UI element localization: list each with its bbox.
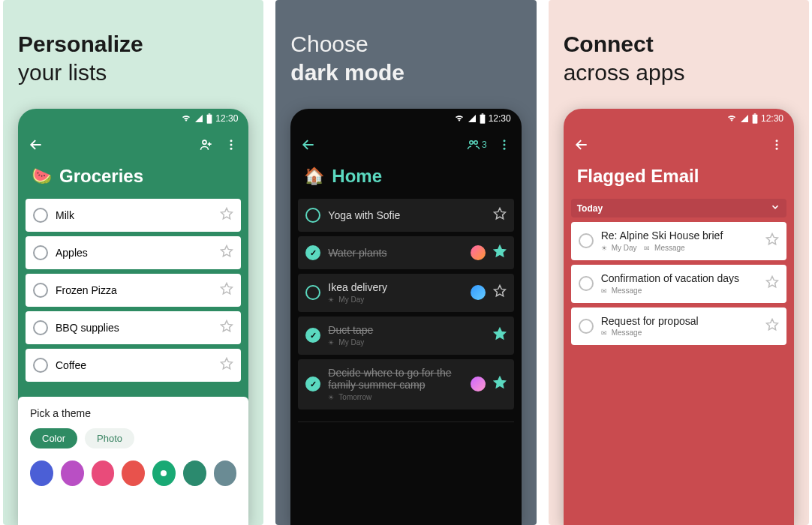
svg-point-9	[474, 141, 478, 145]
share-icon[interactable]	[199, 137, 214, 152]
svg-point-4	[230, 144, 233, 146]
task-row[interactable]: Apples	[26, 236, 241, 269]
back-icon[interactable]	[301, 137, 316, 152]
color-swatch[interactable]	[214, 460, 237, 486]
back-icon[interactable]	[29, 137, 44, 152]
star-icon[interactable]	[220, 244, 233, 261]
battery-icon	[752, 113, 758, 124]
star-icon[interactable]	[765, 275, 779, 292]
color-swatch[interactable]	[152, 460, 176, 486]
star-icon[interactable]	[765, 318, 779, 334]
tab-color[interactable]: Color	[30, 428, 77, 448]
house-icon: 🏠	[304, 166, 324, 186]
task-row[interactable]: Coffee	[26, 349, 241, 382]
checkbox-icon[interactable]	[33, 283, 48, 298]
svg-point-2	[203, 140, 206, 144]
checkbox-icon[interactable]	[579, 233, 594, 248]
svg-point-3	[230, 140, 233, 142]
checkbox-icon[interactable]	[579, 319, 594, 334]
color-swatch[interactable]	[92, 460, 115, 486]
task-list: Re: Alpine Ski House brief My Day Messag…	[564, 222, 794, 345]
task-row[interactable]: Ikea delivery My Day	[298, 274, 513, 312]
task-title: Apples	[56, 247, 212, 260]
task-title: Water plants	[328, 247, 462, 260]
checkbox-icon[interactable]	[579, 276, 594, 291]
clock: 12:30	[489, 113, 511, 124]
assignee-avatar	[471, 245, 486, 260]
task-row[interactable]: Yoga with Sofie	[298, 199, 513, 232]
theme-picker-title: Pick a theme	[30, 407, 236, 419]
list-title: 🍉 Groceries	[18, 161, 248, 199]
star-icon[interactable]	[220, 207, 233, 224]
task-row[interactable]: Confirmation of vacation days Message	[571, 265, 786, 303]
task-list: Yoga with Sofie Water plants Ikea delive…	[290, 199, 521, 410]
divider	[298, 422, 513, 422]
checkbox-icon[interactable]	[305, 285, 320, 300]
color-swatch[interactable]	[122, 460, 145, 486]
task-row[interactable]: Milk	[26, 199, 241, 232]
clock: 12:30	[761, 113, 783, 124]
svg-point-8	[470, 141, 474, 145]
list-title: 🏠 Home	[290, 161, 521, 199]
checkbox-icon[interactable]	[305, 376, 320, 392]
star-icon[interactable]	[493, 207, 507, 224]
task-title: Yoga with Sofie	[328, 209, 485, 222]
checkbox-icon[interactable]	[33, 320, 48, 335]
task-row[interactable]: Re: Alpine Ski House brief My Day Messag…	[571, 222, 786, 260]
tab-photo[interactable]: Photo	[85, 428, 134, 448]
chevron-down-icon	[770, 202, 780, 214]
color-swatch[interactable]	[61, 460, 84, 486]
svg-point-17	[775, 148, 777, 150]
battery-icon	[206, 113, 212, 124]
task-row[interactable]: Frozen Pizza	[26, 274, 241, 307]
task-meta: My Day	[328, 296, 462, 304]
checkbox-icon[interactable]	[33, 245, 48, 260]
task-row[interactable]: BBQ supplies	[26, 311, 241, 344]
theme-tabs: Color Photo	[30, 428, 236, 448]
checkbox-icon[interactable]	[33, 208, 48, 223]
task-row[interactable]: Water plants	[298, 236, 513, 269]
phone-mock-groceries: 12:30 🍉 Groceries Milk Apples Frozen Piz…	[18, 109, 248, 525]
color-swatch[interactable]	[183, 460, 206, 486]
task-title: Request for proposal	[601, 315, 758, 328]
task-row[interactable]: Duct tape My Day	[298, 316, 513, 355]
more-icon[interactable]	[498, 138, 511, 152]
star-icon[interactable]	[220, 320, 233, 336]
svg-rect-7	[481, 113, 483, 114]
star-icon[interactable]	[765, 232, 779, 249]
more-icon[interactable]	[224, 138, 238, 152]
checkbox-icon[interactable]	[305, 328, 320, 343]
star-icon[interactable]	[493, 376, 507, 392]
headline: Choosedark mode	[290, 30, 521, 86]
star-icon[interactable]	[493, 327, 507, 344]
share-icon[interactable]: 3	[467, 138, 487, 152]
watermelon-icon: 🍉	[32, 166, 52, 186]
signal-icon	[468, 114, 477, 123]
task-row[interactable]: Decide where to go for the family summer…	[298, 359, 513, 410]
back-icon[interactable]	[574, 137, 589, 152]
theme-picker-sheet: Pick a theme Color Photo	[18, 397, 248, 525]
svg-rect-0	[207, 115, 212, 124]
checkbox-icon[interactable]	[33, 358, 48, 373]
star-icon[interactable]	[493, 244, 507, 261]
svg-rect-14	[754, 113, 756, 114]
section-label: Today	[577, 203, 603, 214]
star-icon[interactable]	[220, 357, 233, 374]
task-title: Milk	[56, 209, 212, 222]
star-icon[interactable]	[493, 284, 507, 301]
svg-rect-6	[480, 115, 485, 124]
headline: Connectacross apps	[564, 30, 794, 86]
section-header-today[interactable]: Today	[571, 199, 786, 218]
checkbox-icon[interactable]	[305, 208, 320, 223]
color-swatch[interactable]	[30, 460, 53, 486]
checkbox-icon[interactable]	[305, 245, 320, 260]
task-row[interactable]: Request for proposal Message	[571, 308, 786, 346]
phone-mock-home: 12:30 3 🏠 Home Yoga with Sofie Water pla…	[290, 109, 521, 525]
svg-rect-13	[753, 115, 758, 124]
more-icon[interactable]	[770, 138, 783, 152]
task-title: Duct tape	[328, 324, 485, 337]
assignee-avatar	[471, 285, 486, 300]
signal-icon	[740, 114, 749, 123]
task-title: Decide where to go for the family summer…	[328, 367, 462, 392]
star-icon[interactable]	[220, 282, 233, 298]
